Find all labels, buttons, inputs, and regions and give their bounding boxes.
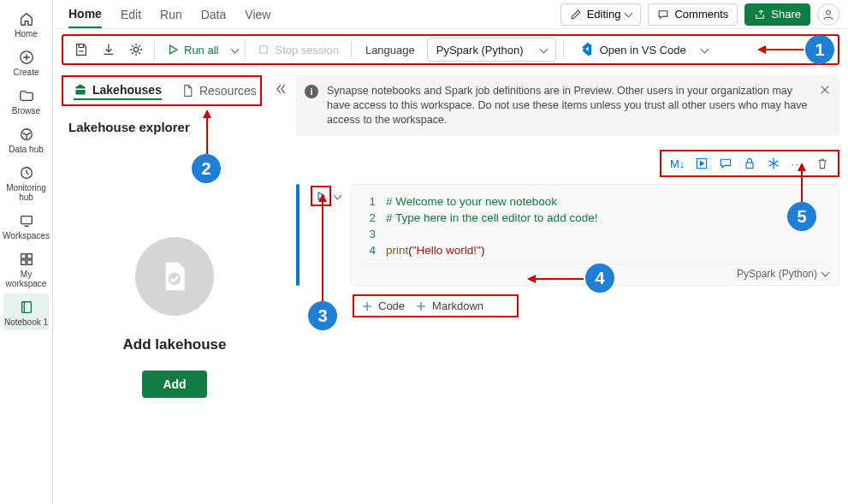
gear-icon: [128, 42, 144, 57]
notebook-icon: [18, 299, 35, 316]
plus-icon: [415, 300, 427, 312]
svg-marker-18: [203, 110, 211, 118]
rail-home[interactable]: Home: [3, 5, 50, 42]
ribbon-tabs: Home Edit Run Data View Editing Comments…: [53, 0, 848, 29]
plus-circle-icon: [18, 49, 35, 66]
tab-edit[interactable]: Edit: [121, 0, 141, 28]
add-markdown-cell-button[interactable]: Markdown: [415, 299, 483, 312]
rail-monitoring[interactable]: Monitoring hub: [3, 159, 50, 205]
callout-5: 5: [787, 202, 816, 231]
cell-run-below-button[interactable]: [695, 157, 709, 170]
svg-point-10: [133, 47, 138, 51]
chevron-left-double-icon: [274, 82, 288, 96]
cell-lock-button[interactable]: [743, 157, 756, 170]
rail-notebook[interactable]: Notebook 1: [3, 294, 50, 330]
comments-button[interactable]: Comments: [648, 3, 738, 26]
svg-rect-7: [27, 260, 31, 264]
callout-1: 1: [805, 35, 834, 64]
file-icon: [181, 84, 194, 98]
svg-marker-16: [757, 45, 766, 54]
svg-rect-14: [746, 163, 753, 168]
rail-browse[interactable]: Browse: [3, 82, 50, 119]
tab-run[interactable]: Run: [160, 0, 182, 28]
tab-view[interactable]: View: [245, 0, 270, 28]
svg-rect-5: [27, 254, 31, 258]
tab-data[interactable]: Data: [201, 0, 227, 28]
run-cell-chevron[interactable]: [335, 190, 341, 203]
preview-info-banner: i Synapse notebooks and Spark job defini…: [296, 75, 839, 136]
vscode-icon: [578, 42, 593, 57]
comment-icon: [719, 157, 732, 170]
settings-button[interactable]: [125, 39, 147, 61]
avatar[interactable]: [817, 3, 839, 26]
panel-tab-resources[interactable]: Resources: [181, 84, 257, 98]
lakehouse-empty-text: Add lakehouse: [123, 336, 227, 353]
myworkspace-icon: [18, 251, 35, 268]
plus-icon: [361, 300, 373, 312]
svg-marker-22: [527, 275, 536, 283]
add-lakehouse-button[interactable]: Add: [142, 371, 206, 398]
svg-rect-8: [21, 302, 31, 313]
datahub-icon: [18, 126, 35, 143]
trash-icon: [815, 157, 829, 170]
share-button[interactable]: Share: [744, 3, 810, 26]
panel-title: Lakehouse explorer: [68, 120, 281, 134]
pencil-icon: [570, 9, 582, 21]
cell-freeze-button[interactable]: [767, 157, 780, 170]
snowflake-icon: [767, 157, 780, 170]
rail-workspaces[interactable]: Workspaces: [3, 207, 50, 244]
collapse-panel-button[interactable]: [274, 82, 288, 98]
panel-tabs: Lakehouses Resources: [62, 75, 262, 106]
lakehouse-icon: [74, 83, 87, 97]
close-banner-button[interactable]: [819, 84, 831, 100]
editing-button[interactable]: Editing: [560, 3, 642, 26]
nav-rail: Home Create Browse Data hub Monitoring h…: [0, 0, 53, 504]
svg-point-9: [827, 10, 831, 15]
cell-to-markdown-button[interactable]: M↓: [670, 157, 685, 170]
save-button[interactable]: [70, 39, 92, 61]
chevron-down-icon: [822, 268, 828, 280]
language-dropdown[interactable]: PySpark (Python): [427, 38, 556, 62]
cell-comment-button[interactable]: [719, 157, 732, 170]
chevron-down-icon: [541, 44, 547, 56]
notebook-main: i Synapse notebooks and Spark job defini…: [296, 75, 839, 504]
rail-myworkspace[interactable]: My workspace: [3, 246, 50, 292]
cell-toolbar: M↓ ···: [660, 150, 839, 177]
stop-session-button: Stop session: [252, 44, 343, 56]
run-all-chevron[interactable]: [232, 44, 238, 56]
tab-home[interactable]: Home: [68, 0, 102, 28]
callout-4: 4: [585, 264, 614, 293]
rail-create[interactable]: Create: [3, 44, 50, 80]
play-icon: [167, 44, 179, 56]
svg-marker-24: [798, 163, 806, 171]
callout-2: 2: [192, 154, 221, 183]
save-icon: [74, 42, 89, 57]
comment-icon: [657, 9, 669, 21]
download-icon: [101, 42, 116, 57]
panel-tab-lakehouses[interactable]: Lakehouses: [74, 83, 162, 100]
svg-marker-20: [318, 193, 327, 202]
add-cell-row: Code Markdown: [353, 294, 519, 317]
share-icon: [754, 9, 766, 21]
download-button[interactable]: [98, 39, 120, 61]
svg-rect-6: [21, 260, 25, 264]
close-icon: [819, 84, 831, 96]
cell-selection-bar: [296, 184, 299, 286]
lock-icon: [743, 157, 756, 170]
callout-3: 3: [308, 301, 337, 330]
chevron-down-icon: [702, 44, 708, 56]
lakehouse-panel: Lakehouses Resources Lakehouse explorer …: [62, 75, 288, 504]
lakehouse-empty-icon: [135, 237, 214, 316]
monitor-icon: [18, 164, 35, 181]
svg-rect-11: [260, 46, 267, 53]
open-vscode-button[interactable]: Open in VS Code: [571, 42, 715, 57]
cell-delete-button[interactable]: [815, 157, 829, 170]
home-icon: [18, 10, 35, 27]
add-code-cell-button[interactable]: Code: [361, 299, 405, 312]
run-all-button[interactable]: Run all: [162, 44, 223, 56]
info-icon: i: [305, 85, 318, 98]
stop-icon: [258, 44, 270, 56]
code-cell: 1# Welcome to your new notebook 2# Type …: [296, 184, 839, 286]
rail-datahub[interactable]: Data hub: [3, 121, 50, 157]
home-toolbar: Run all Stop session Language PySpark (P…: [62, 34, 839, 65]
